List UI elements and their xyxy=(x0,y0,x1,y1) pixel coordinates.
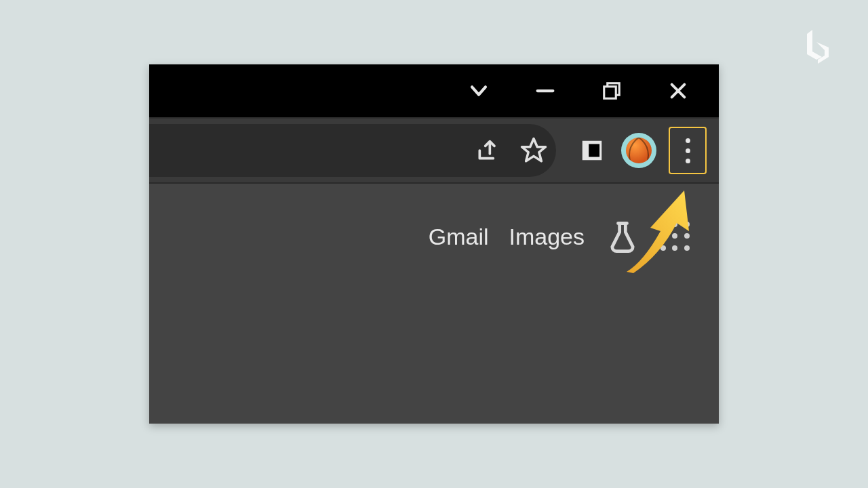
kebab-dot-icon xyxy=(686,148,690,153)
labs-button[interactable] xyxy=(605,219,640,254)
maximize-button[interactable] xyxy=(598,77,625,104)
page-content: Gmail Images xyxy=(149,184,719,424)
watermark-logo xyxy=(802,27,834,68)
profile-avatar-button[interactable] xyxy=(621,133,656,168)
grid-dot-icon xyxy=(672,233,677,239)
gmail-link[interactable]: Gmail xyxy=(429,224,489,250)
images-link[interactable]: Images xyxy=(509,224,585,250)
grid-dot-icon xyxy=(660,222,666,227)
grid-dot-icon xyxy=(660,245,666,251)
grid-dot-icon xyxy=(672,245,677,251)
svg-marker-5 xyxy=(522,139,546,161)
window-titlebar xyxy=(149,64,719,119)
side-panel-button[interactable] xyxy=(575,134,609,167)
kebab-dot-icon xyxy=(686,159,690,163)
tab-dropdown-button[interactable] xyxy=(465,77,492,104)
google-apps-button[interactable] xyxy=(660,222,690,251)
browser-window: Gmail Images xyxy=(149,64,719,424)
grid-dot-icon xyxy=(684,245,690,251)
grid-dot-icon xyxy=(660,233,666,239)
basketball-avatar-icon xyxy=(626,138,652,163)
close-button[interactable] xyxy=(665,77,692,104)
minimize-button[interactable] xyxy=(532,77,559,104)
header-links-row: Gmail Images xyxy=(149,219,719,254)
chrome-menu-button[interactable] xyxy=(669,127,707,174)
grid-dot-icon xyxy=(684,233,690,239)
grid-dot-icon xyxy=(672,222,677,227)
grid-dot-icon xyxy=(684,222,690,227)
share-button[interactable] xyxy=(471,134,505,167)
bookmark-button[interactable] xyxy=(517,134,551,167)
svg-rect-7 xyxy=(589,144,599,157)
browser-toolbar xyxy=(149,119,719,184)
kebab-dot-icon xyxy=(686,138,690,143)
svg-rect-2 xyxy=(604,87,616,99)
